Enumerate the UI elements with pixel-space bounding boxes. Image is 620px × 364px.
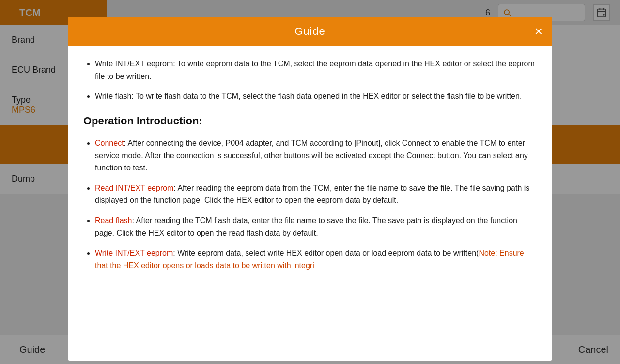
op2-label: Read INT/EXT eeprom — [95, 184, 173, 192]
guide-modal: Guide × Write INT/EXT eeprom: To write e… — [68, 17, 552, 361]
close-button[interactable]: × — [535, 25, 542, 38]
op4-label: Write INT/EXT eeprom — [95, 249, 173, 257]
bullet1-text: Write INT/EXT eeprom: To write eeprom da… — [95, 60, 535, 80]
op3-label: Read flash — [95, 216, 132, 225]
modal-body[interactable]: Write INT/EXT eeprom: To write eeprom da… — [68, 46, 552, 361]
modal-title: Guide — [294, 25, 326, 38]
list-item: Read INT/EXT eeprom: After reading the e… — [95, 182, 537, 207]
list-item: Read flash: After reading the TCM flash … — [95, 214, 537, 239]
bullet2-text: Write flash: To write flash data to the … — [95, 92, 522, 100]
list-item: Connect: After connecting the device, P0… — [95, 137, 537, 174]
list-item: Write INT/EXT eeprom: To write eeprom da… — [95, 58, 537, 82]
list-item: Write INT/EXT eeprom: Write eeprom data,… — [95, 247, 537, 272]
op1-label: Connect — [95, 139, 124, 147]
operation-title: Operation Introduction: — [83, 112, 537, 129]
op4-text: : Write eeprom data, select write HEX ed… — [173, 249, 479, 257]
op3-text: : After reading the TCM flash data, ente… — [95, 216, 517, 237]
list-item: Write flash: To write flash data to the … — [95, 90, 537, 103]
modal-header: Guide × — [68, 17, 552, 46]
op1-text: : After connecting the device, P004 adap… — [95, 139, 528, 172]
